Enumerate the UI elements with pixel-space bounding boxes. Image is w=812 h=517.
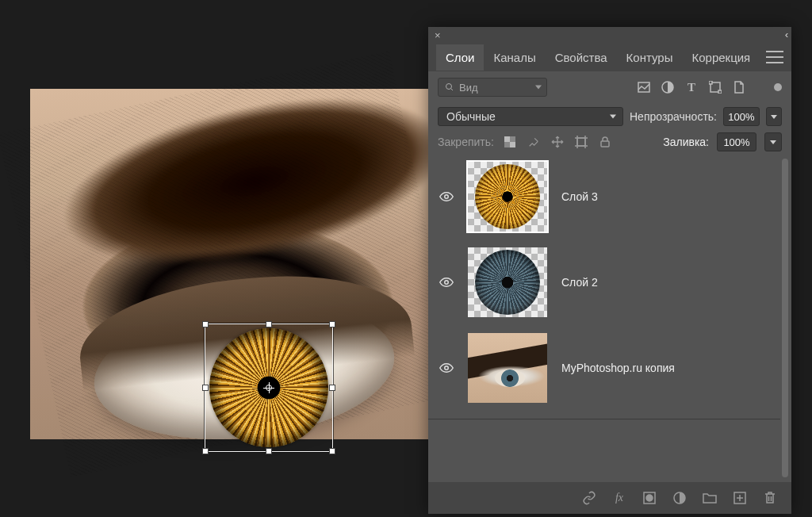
link-layers-icon[interactable] <box>582 491 596 505</box>
tab-channels[interactable]: Каналы <box>484 44 545 71</box>
transform-handle-t[interactable] <box>266 321 272 327</box>
layer-row[interactable]: Слой 3 <box>428 154 780 239</box>
canvas-image <box>30 89 430 439</box>
layer-thumbnail[interactable] <box>468 162 547 232</box>
opacity-label: Непрозрачность: <box>630 110 717 123</box>
svg-point-0 <box>446 84 452 90</box>
layer-name[interactable]: Слой 3 <box>561 190 598 203</box>
fill-label: Заливка: <box>663 136 709 148</box>
tab-adjustments[interactable]: Коррекция <box>682 44 760 71</box>
delete-layer-icon[interactable] <box>763 491 777 505</box>
layer-filter-select[interactable]: Вид <box>438 78 547 97</box>
opacity-value[interactable]: 100% <box>723 107 760 126</box>
layer-thumbnail[interactable] <box>468 333 547 403</box>
transform-handle-tl[interactable] <box>202 321 209 327</box>
svg-point-20 <box>646 495 653 501</box>
layer-thumbnail[interactable] <box>468 247 547 317</box>
search-icon <box>445 82 454 92</box>
svg-rect-6 <box>718 90 722 94</box>
visibility-eye-icon[interactable] <box>439 190 454 204</box>
layer-row[interactable]: Слой 2 <box>428 239 780 325</box>
svg-line-1 <box>451 89 454 91</box>
filter-label: Вид <box>459 82 478 94</box>
new-layer-icon[interactable] <box>733 491 747 505</box>
filter-shape-icon[interactable] <box>707 79 723 95</box>
panel-close-icon[interactable]: × <box>435 30 441 40</box>
visibility-eye-icon[interactable] <box>439 361 454 375</box>
svg-rect-9 <box>510 142 515 147</box>
layers-panel-footer: fx <box>428 482 791 514</box>
svg-point-18 <box>445 366 449 370</box>
transform-handle-l[interactable] <box>202 385 209 391</box>
svg-point-17 <box>445 281 449 285</box>
panel-tabs: Слои Каналы Свойства Контуры Коррекция <box>428 43 791 71</box>
filter-toggle-icon[interactable] <box>774 83 782 91</box>
layer-fx-icon[interactable]: fx <box>612 491 626 505</box>
opacity-dropdown-icon[interactable] <box>766 107 782 126</box>
add-mask-icon[interactable] <box>642 491 657 505</box>
svg-rect-15 <box>601 141 609 147</box>
transform-center-icon[interactable] <box>263 382 274 393</box>
layer-name[interactable]: MyPhotoshop.ru копия <box>561 362 675 374</box>
svg-rect-10 <box>577 138 585 146</box>
lock-transparent-icon[interactable] <box>502 134 518 150</box>
fill-dropdown-icon[interactable] <box>764 132 782 151</box>
layer-list-scrollbar[interactable] <box>782 159 788 477</box>
lock-label: Закрепить: <box>438 136 494 148</box>
svg-point-16 <box>445 195 449 199</box>
new-adjustment-icon[interactable] <box>672 491 687 505</box>
filter-pixel-icon[interactable] <box>636 79 652 95</box>
svg-rect-5 <box>709 81 712 84</box>
filter-smartobject-icon[interactable] <box>731 79 747 95</box>
svg-rect-8 <box>504 136 510 142</box>
transform-handle-b[interactable] <box>266 448 272 454</box>
new-group-icon[interactable] <box>703 491 717 505</box>
filter-adjustment-icon[interactable] <box>660 79 676 95</box>
layers-panel: × ‹‹ Слои Каналы Свойства Контуры Коррек… <box>428 27 791 514</box>
tab-properties[interactable]: Свойства <box>546 44 617 71</box>
fill-value[interactable]: 100% <box>717 132 756 151</box>
free-transform-bounds[interactable] <box>205 324 333 452</box>
layer-list[interactable]: Слой 3 Слой 2 MyPhotoshop.ru копия <box>428 154 791 482</box>
lock-position-icon[interactable] <box>550 134 565 150</box>
tab-paths[interactable]: Контуры <box>617 44 683 71</box>
panel-menu-icon[interactable] <box>766 51 783 63</box>
layer-divider <box>428 419 780 419</box>
visibility-eye-icon[interactable] <box>439 275 454 289</box>
transform-handle-br[interactable] <box>329 448 335 454</box>
blend-mode-select[interactable]: Обычные <box>438 107 623 126</box>
transform-handle-bl[interactable] <box>202 448 209 454</box>
lock-artboard-icon[interactable] <box>573 134 589 150</box>
layer-name[interactable]: Слой 2 <box>561 276 598 289</box>
filter-type-icon[interactable]: T <box>684 79 699 95</box>
layer-row[interactable]: MyPhotoshop.ru копия <box>428 325 780 411</box>
blend-mode-value: Обычные <box>446 110 496 123</box>
tab-layers[interactable]: Слои <box>436 44 484 71</box>
lock-image-icon[interactable] <box>526 134 542 150</box>
lock-all-icon[interactable] <box>597 134 613 150</box>
document-canvas[interactable] <box>30 89 430 439</box>
transform-handle-r[interactable] <box>329 385 335 391</box>
transform-handle-tr[interactable] <box>329 321 335 327</box>
